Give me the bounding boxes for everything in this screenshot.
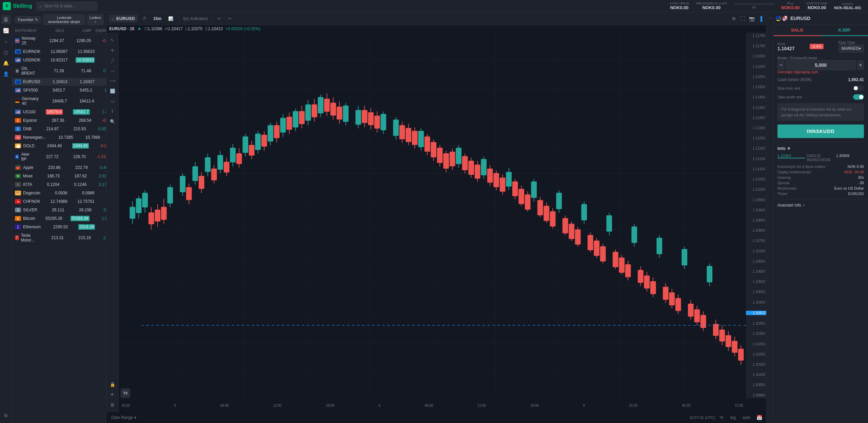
list-item[interactable]: ⬤ GOLD 2494.49 2494.85 -0.09% bbox=[12, 142, 106, 150]
redo-button[interactable]: ↪ bbox=[226, 15, 233, 22]
ray-tool[interactable]: ⟶ bbox=[108, 76, 117, 85]
change-value: 1.63% bbox=[90, 216, 106, 221]
svg-rect-95 bbox=[199, 176, 204, 189]
date-range-button[interactable]: Date Range ▾ bbox=[109, 414, 138, 421]
list-item[interactable]: T Tesla Motor... 213.31 215.16 1.36% bbox=[12, 231, 106, 245]
sell-value: 1.10413 bbox=[53, 79, 67, 84]
buy-price: 10.7966 bbox=[73, 135, 100, 140]
amount-input[interactable] bbox=[786, 60, 856, 70]
percent-btn[interactable]: % bbox=[718, 414, 726, 421]
list-item[interactable]: 🛢 OIL BRENT 71.39 71.48 0.17% bbox=[12, 64, 106, 78]
list-item[interactable]: 🇪🇺 EURUSD 1.10413 1.10427 -0.40% bbox=[12, 78, 106, 86]
list-item[interactable]: S SILVER 28.111 28.158 0.74% bbox=[12, 206, 106, 214]
svg-rect-167 bbox=[563, 218, 568, 233]
crosshair-tool[interactable]: ✛ bbox=[108, 45, 117, 55]
sell-tab[interactable]: SALG bbox=[773, 25, 821, 36]
list-item[interactable]: 🇩🇪 Germany 40 18408.7 18412.4 0.75% bbox=[12, 95, 106, 108]
change-value: 0.75% bbox=[94, 99, 106, 103]
text-tool[interactable]: T bbox=[108, 107, 117, 116]
svg-rect-105 bbox=[262, 135, 267, 146]
nav-search-icon[interactable]: ⌕ bbox=[1, 37, 11, 46]
advanced-info[interactable]: Avansert info › bbox=[773, 199, 868, 211]
list-item[interactable]: ✈ Norwegian... 10.7385 10.7966 2.09% bbox=[12, 133, 106, 142]
trash-tool[interactable]: 🗑 bbox=[108, 400, 117, 409]
price-level: 1.11100 bbox=[746, 167, 766, 171]
svg-rect-209 bbox=[732, 341, 737, 352]
search-input[interactable] bbox=[44, 4, 94, 8]
tab2-button[interactable]: Leders › bbox=[87, 14, 103, 25]
list-item[interactable]: E Equinor 267.36 268.54 -0.85% bbox=[12, 116, 106, 125]
nav-chart-icon[interactable]: 📈 bbox=[1, 26, 11, 35]
increase-amount-button[interactable]: + bbox=[857, 60, 864, 70]
fibonacci-tool[interactable]: 🔢 bbox=[108, 86, 117, 96]
list-item[interactable]: ₿ Bitcoin 55295.26 55366.94 1.63% bbox=[12, 214, 106, 223]
info-header[interactable]: Info ▾ bbox=[777, 146, 864, 151]
main-layout: ☰ 📈 ⌕ ◫ 🔔 👤 ⚙ Favoritter ✎ Ledende ameri… bbox=[0, 12, 868, 423]
price-level: 1.10300 bbox=[746, 332, 766, 335]
order-type-value: MARKED bbox=[842, 46, 859, 51]
clock-icon[interactable]: ⏱ bbox=[140, 15, 149, 22]
timeframe-button[interactable]: 15m bbox=[151, 15, 163, 22]
fullscreen-icon[interactable]: ⛶ bbox=[739, 15, 746, 23]
nav-bell-icon[interactable]: 🔔 bbox=[1, 58, 11, 68]
nav-portfolio-icon[interactable]: ◫ bbox=[1, 47, 11, 57]
undo-button[interactable]: ↩ bbox=[216, 15, 223, 22]
list-item[interactable]: 🇺🇸 USDNOK 10.82317 10.82833 1.14% bbox=[12, 56, 106, 64]
favorites-button[interactable]: Favoritter ✎ bbox=[15, 16, 41, 23]
nav-menu-icon[interactable]: ☰ bbox=[1, 15, 11, 24]
cursor-tool[interactable]: ↖ bbox=[108, 35, 117, 45]
price-change-section: -0.4% bbox=[810, 44, 824, 49]
log-btn[interactable]: log bbox=[728, 414, 738, 421]
stop-loss-toggle[interactable] bbox=[853, 85, 864, 91]
rectangle-tool[interactable]: ▭ bbox=[108, 96, 117, 106]
lock-tool[interactable]: 🔒 bbox=[108, 380, 117, 389]
list-item[interactable]: D DNB 214.97 215.93 0.05% bbox=[12, 125, 106, 133]
svg-rect-69 bbox=[506, 172, 511, 187]
list-item[interactable]: 🐕 Dogecoin 0.0936 0.0986 3.31% bbox=[12, 189, 106, 197]
pair-selector[interactable]: ⌕ EURUSD bbox=[109, 15, 138, 22]
collapse-icon[interactable]: ‹ bbox=[769, 16, 771, 20]
list-item[interactable]: 🇺🇸 US100 18579.6 18582.7 1.47% bbox=[12, 108, 106, 116]
instrument-flag: 🇺🇸 bbox=[15, 58, 21, 62]
collapse-panel[interactable]: ‹ bbox=[766, 12, 773, 423]
nav-person-icon[interactable]: 👤 bbox=[1, 69, 11, 79]
decrease-amount-button[interactable]: − bbox=[777, 60, 785, 70]
list-item[interactable]: I IOTA 0.1204 0.1246 3.17% bbox=[12, 180, 106, 189]
chevron-right-icon: › bbox=[95, 20, 96, 24]
panel-icon[interactable]: ▐ bbox=[757, 15, 764, 23]
instrument-name: A Aker BP bbox=[15, 152, 32, 161]
list-item[interactable]: 🇨🇭 CHFNOK 12.74989 12.75751 0.46% bbox=[12, 197, 106, 206]
indicators-button[interactable]: f(x) Indicators bbox=[181, 15, 210, 22]
tab1-button[interactable]: Ledende amerikanske aksjer bbox=[43, 14, 85, 25]
zoom-tool[interactable]: 🔍 bbox=[108, 117, 117, 126]
search-box[interactable]: ⌕ bbox=[36, 2, 97, 11]
screenshot-icon[interactable]: 📷 bbox=[748, 15, 756, 23]
list-item[interactable]: Ξ Ethereum 2295.53 2319.28 1.68% bbox=[12, 223, 106, 231]
eye-tool[interactable]: 👁 bbox=[108, 390, 117, 399]
list-item[interactable]: 🇳🇴 Norway 25 1294.37 1295.05 -0.03% bbox=[12, 34, 106, 47]
list-item[interactable]: 🇪🇺 EURNOK 11.95087 11.95633 0.75% bbox=[12, 47, 106, 56]
list-item[interactable]: 🍎 Apple 220.86 222.79 0.45% bbox=[12, 164, 106, 172]
trend-line-tool[interactable]: ╱ bbox=[108, 56, 117, 65]
buy-tab[interactable]: KJØP bbox=[821, 25, 868, 36]
take-profit-toggle[interactable] bbox=[853, 94, 864, 100]
order-type-selector[interactable]: MARKED ▾ bbox=[839, 44, 864, 53]
price-axis: 1.117501.117001.116501.116001.115501.115… bbox=[746, 33, 766, 399]
auto-btn[interactable]: auto bbox=[741, 414, 752, 421]
svg-rect-49 bbox=[293, 111, 298, 127]
horizontal-line-tool[interactable]: — bbox=[108, 66, 117, 75]
buy-price: 215.16 bbox=[64, 235, 91, 240]
list-item[interactable]: 🇺🇸 SPX500 5453.7 5455.2 1.16% bbox=[12, 86, 106, 95]
list-item[interactable]: A Aker BP 227.72 228.70 -1.51% bbox=[12, 150, 106, 164]
chart-type-icon[interactable]: 📊 bbox=[166, 15, 175, 22]
timestamp: 10:57:31 (UTC) bbox=[689, 416, 715, 420]
calendar-icon[interactable]: 📅 bbox=[755, 414, 764, 422]
deposit-button[interactable]: INNSKUDD bbox=[777, 124, 864, 138]
instrument-label: Mowi bbox=[23, 174, 33, 178]
list-item[interactable]: M Mowi 186.73 187.62 2.83% bbox=[12, 172, 106, 180]
settings-icon[interactable]: ⚙ bbox=[730, 15, 737, 23]
nav-settings-icon[interactable]: ⚙ bbox=[1, 411, 11, 420]
ticker-value: EURUSD bbox=[848, 192, 864, 196]
col-buy: KJØP bbox=[64, 29, 92, 33]
instrument-label: Aker BP bbox=[21, 152, 31, 161]
